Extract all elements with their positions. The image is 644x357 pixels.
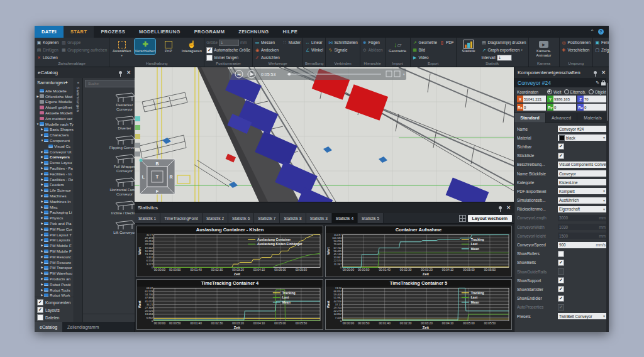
- coordinate-mode-elternob[interactable]: Elternob.: [564, 89, 586, 94]
- viewport-tool-icon-2[interactable]: [135, 125, 140, 130]
- checkbox-checked-icon[interactable]: ✓: [558, 153, 564, 159]
- tree-item[interactable]: Eigene Modelle: [35, 99, 74, 105]
- statistics-tab[interactable]: Statistik 3: [306, 213, 332, 223]
- select-tool-button[interactable]: Auswählen▾: [111, 39, 132, 58]
- coord-input[interactable]: 51041.221: [523, 96, 546, 102]
- statistics-tab[interactable]: Statistik 5: [358, 213, 384, 223]
- tree-item[interactable]: Alle Modelle: [35, 88, 74, 94]
- statistics-button[interactable]: Statistik: [458, 39, 479, 54]
- viewport-tool-icon-3[interactable]: [135, 134, 140, 139]
- statistics-pin-icon[interactable]: [499, 206, 502, 209]
- checkbox-checked-icon[interactable]: ✓: [558, 295, 564, 302]
- detach-button[interactable]: ⊖Ablösen: [362, 47, 383, 53]
- ribbon-tab-start[interactable]: START: [64, 26, 94, 38]
- tree-item[interactable]: ▶PM Layout T: [35, 232, 74, 238]
- playback-slider-handle[interactable]: [288, 73, 291, 75]
- measure-button[interactable]: ▭Messen: [255, 40, 280, 46]
- always-snap-checkbox[interactable]: Immer fangen: [206, 55, 250, 61]
- align-button[interactable]: ∕∕Ausrichten: [255, 55, 280, 61]
- properties-tab-materials[interactable]: Materials: [577, 113, 609, 123]
- tree-item[interactable]: ▶Facilities - In: [35, 171, 74, 177]
- coord-input[interactable]: 0: [553, 104, 576, 111]
- properties-tab-advanced[interactable]: Advanced: [546, 113, 577, 123]
- tree-item[interactable]: ▶Misc: [35, 204, 74, 210]
- property-input[interactable]: Komplett▼: [558, 188, 607, 194]
- rename-icon[interactable]: ✎: [596, 80, 599, 85]
- properties-tab-standard[interactable]: Standard: [514, 113, 546, 123]
- signals-button[interactable]: ϟSignale: [328, 47, 357, 53]
- move-tool-button[interactable]: ✚ Verschieben: [135, 39, 155, 54]
- checkbox-checked-icon[interactable]: ✓: [558, 286, 564, 292]
- checkbox-empty-icon[interactable]: [558, 251, 564, 257]
- bottom-tab-ecatalog[interactable]: eCatalog: [35, 322, 62, 332]
- tree-item[interactable]: ▶PM Mobile F: [35, 248, 74, 254]
- tree-item[interactable]: ▼Component: [35, 138, 74, 143]
- group-button[interactable]: ▥Gruppe: [61, 40, 107, 46]
- attach-button[interactable]: ⊕Fügen: [362, 40, 383, 46]
- tree-item[interactable]: ▶PM Warehou: [35, 270, 74, 276]
- linear-dimension-button[interactable]: ↔Linear: [305, 40, 323, 46]
- tree-item[interactable]: ▼Modelle nach Ty: [35, 121, 74, 127]
- property-input[interactable]: TwinBelt Conveyor▼: [558, 313, 607, 319]
- layout-switch-button[interactable]: Layout wechseln: [468, 215, 512, 222]
- copy-button[interactable]: ▣Kopieren: [36, 40, 58, 46]
- export-video-button[interactable]: ▶Video: [413, 55, 437, 61]
- ribbon-tab-hilfe[interactable]: HILFE: [276, 26, 305, 38]
- filter-komponenten[interactable]: ✓Komponenten: [37, 299, 71, 305]
- grid-size-input[interactable]: 1: [219, 40, 239, 46]
- tree-item[interactable]: ▶PM Flow Cor: [35, 226, 74, 232]
- restore-windows-button[interactable]: ▣Fenster wiederherstellen: [595, 40, 609, 46]
- coord-input[interactable]: 9386.165: [553, 96, 576, 102]
- coordinate-mode-objekt[interactable]: Objekt: [589, 89, 606, 94]
- tree-item[interactable]: Aktuelle Modelli: [35, 110, 74, 116]
- statistics-tab[interactable]: Statistik 8: [280, 213, 306, 223]
- filter-layouts[interactable]: ✓Layouts: [37, 307, 71, 313]
- search-input[interactable]: [87, 81, 138, 86]
- checkbox-checked-icon[interactable]: ✓: [558, 260, 564, 266]
- ungroup-button[interactable]: ▦Gruppierung aufheben: [61, 47, 107, 53]
- checkbox-checked-icon[interactable]: ✓: [558, 277, 564, 283]
- origin-position-button[interactable]: ◎Positionieren: [562, 40, 591, 46]
- properties-pin-icon[interactable]: [594, 71, 597, 74]
- export-pdf-button[interactable]: ▯PDF: [440, 40, 454, 46]
- tree-item[interactable]: ▶Pick and Pla: [35, 221, 74, 226]
- auto-size-checkbox[interactable]: ✓Automatische Größe: [206, 47, 250, 53]
- viewport-3d-scene[interactable]: ⏮ 0:05:53 ▾: [135, 67, 514, 202]
- property-input[interactable]: Conveyor: [558, 170, 607, 177]
- lock-icon[interactable]: [601, 82, 606, 85]
- tree-item[interactable]: ▶PM Mobile F: [35, 243, 74, 248]
- collapse-ribbon-icon[interactable]: ⌃: [590, 29, 594, 35]
- tree-item[interactable]: ▶Conveyors: [35, 155, 74, 160]
- ribbon-tab-programm[interactable]: PROGRAMM: [187, 26, 232, 38]
- property-input[interactable]: 900mm/s: [558, 242, 607, 248]
- import-geometry-button[interactable]: ↓▱ Geometrie: [387, 39, 408, 54]
- print-charts-button[interactable]: ▤Diagramm(e) drucken: [482, 40, 526, 46]
- export-graph-button[interactable]: ↗Graph exportieren ▾: [482, 47, 526, 53]
- tree-item[interactable]: Aktuell geöffnet: [35, 104, 74, 110]
- delete-button[interactable]: ✕Löschen: [36, 55, 58, 61]
- viewport-tool-icon-1[interactable]: [135, 116, 140, 121]
- bottom-tab-zellendiagramm[interactable]: Zellendiagramm: [62, 322, 104, 332]
- properties-close-icon[interactable]: ✕: [601, 70, 606, 75]
- interval-input[interactable]: 1: [497, 55, 512, 61]
- nav-cube[interactable]: B L T R F: [140, 159, 175, 195]
- filter-dateien[interactable]: Dateien: [37, 314, 71, 321]
- ribbon-tab-prozess[interactable]: PROZESS: [94, 26, 132, 38]
- statistics-close-icon[interactable]: ✕: [506, 205, 511, 211]
- tree-item[interactable]: ▶Life Science: [35, 187, 74, 193]
- ribbon-tab-datei[interactable]: DATEI: [35, 26, 64, 38]
- show-windows-button[interactable]: ▢Zeigen ▾: [595, 47, 609, 53]
- paste-button[interactable]: ▤Einfügen: [36, 47, 58, 53]
- tree-item[interactable]: ▶Physics: [35, 215, 74, 221]
- origin-move-button[interactable]: ✚Verschieben: [562, 47, 591, 53]
- tree-item[interactable]: ▶Robot Positi: [35, 282, 74, 287]
- statistics-tab[interactable]: Statistik 7: [254, 213, 280, 223]
- coord-input[interactable]: 70: [584, 96, 606, 102]
- ribbon-tab-zeichnung[interactable]: ZEICHNUNG: [231, 26, 275, 38]
- viewport-tool-icon-5[interactable]: [135, 151, 140, 157]
- angle-dimension-button[interactable]: ∠Winkel: [305, 47, 323, 53]
- interact-tool-button[interactable]: ☝ Interagieren: [181, 39, 202, 54]
- interfaces-button[interactable]: ⋈Schnittstellen: [328, 40, 357, 46]
- viewport-tool-icon-4[interactable]: [135, 143, 140, 148]
- tree-item[interactable]: Am meisten ver: [35, 116, 74, 121]
